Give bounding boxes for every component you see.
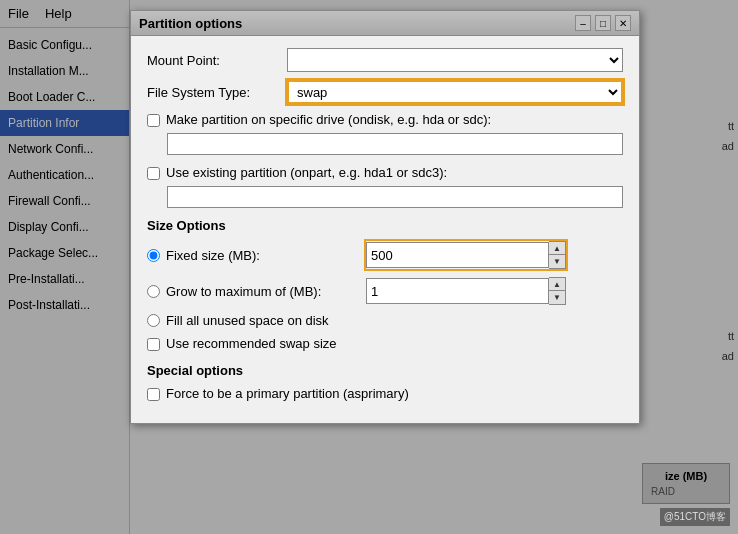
size-options-title: Size Options [147, 218, 623, 233]
minimize-button[interactable]: – [575, 15, 591, 31]
special-options-title: Special options [147, 363, 623, 378]
grow-to-max-decrement[interactable]: ▼ [549, 291, 565, 304]
filesystem-type-select-wrapper: swap ext4 ext3 vfat [287, 80, 623, 104]
grow-to-max-radio[interactable] [147, 285, 160, 298]
maximize-button[interactable]: □ [595, 15, 611, 31]
filesystem-type-label: File System Type: [147, 85, 287, 100]
fixed-size-decrement[interactable]: ▼ [549, 255, 565, 268]
fill-all-row: Fill all unused space on disk [147, 313, 623, 328]
close-button[interactable]: ✕ [615, 15, 631, 31]
dialog-title: Partition options [139, 16, 242, 31]
force-primary-row: Force to be a primary partition (asprima… [147, 386, 623, 401]
fixed-size-label: Fixed size (MB): [166, 248, 366, 263]
mount-point-select[interactable] [287, 48, 623, 72]
make-partition-row: Make partition on specific drive (ondisk… [147, 112, 623, 127]
make-partition-input-row [167, 133, 623, 155]
use-existing-input-row [167, 186, 623, 208]
grow-to-max-row: Grow to maximum of (MB): ▲ ▼ [147, 277, 623, 305]
grow-to-max-increment[interactable]: ▲ [549, 278, 565, 291]
grow-to-max-spinner: ▲ ▼ [549, 277, 566, 305]
use-recommended-label: Use recommended swap size [166, 336, 337, 351]
dialog-titlebar: Partition options – □ ✕ [131, 11, 639, 36]
use-existing-input[interactable] [167, 186, 623, 208]
filesystem-type-row: File System Type: swap ext4 ext3 vfat [147, 80, 623, 104]
dialog-window-controls: – □ ✕ [575, 15, 631, 31]
use-existing-row: Use existing partition (onpart, e.g. hda… [147, 165, 623, 180]
force-primary-label: Force to be a primary partition (asprima… [166, 386, 409, 401]
grow-to-max-input[interactable] [366, 278, 549, 304]
make-partition-checkbox[interactable] [147, 114, 160, 127]
fixed-size-radio[interactable] [147, 249, 160, 262]
mount-point-select-wrapper [287, 48, 623, 72]
make-partition-input[interactable] [167, 133, 623, 155]
fixed-size-row: Fixed size (MB): ▲ ▼ [147, 241, 623, 269]
use-existing-checkbox[interactable] [147, 167, 160, 180]
fixed-size-spinner: ▲ ▼ [549, 241, 566, 269]
fixed-size-input[interactable] [366, 242, 549, 268]
fill-all-radio[interactable] [147, 314, 160, 327]
fill-all-label: Fill all unused space on disk [166, 313, 366, 328]
mount-point-label: Mount Point: [147, 53, 287, 68]
dialog-body: Mount Point: File System Type: swap ext4… [131, 36, 639, 423]
grow-to-max-input-wrapper: ▲ ▼ [366, 277, 566, 305]
mount-point-row: Mount Point: [147, 48, 623, 72]
force-primary-checkbox[interactable] [147, 388, 160, 401]
filesystem-type-select[interactable]: swap ext4 ext3 vfat [287, 80, 623, 104]
grow-to-max-label: Grow to maximum of (MB): [166, 284, 366, 299]
special-options-section: Special options Force to be a primary pa… [147, 363, 623, 401]
partition-options-dialog: Partition options – □ ✕ Mount Point: Fil… [130, 10, 640, 424]
use-existing-label: Use existing partition (onpart, e.g. hda… [166, 165, 447, 180]
fixed-size-increment[interactable]: ▲ [549, 242, 565, 255]
use-recommended-row: Use recommended swap size [147, 336, 623, 351]
use-recommended-checkbox[interactable] [147, 338, 160, 351]
watermark: @51CTO博客 [660, 508, 730, 526]
make-partition-label: Make partition on specific drive (ondisk… [166, 112, 491, 127]
fixed-size-input-wrapper: ▲ ▼ [366, 241, 566, 269]
size-options-section: Size Options Fixed size (MB): ▲ ▼ Grow t… [147, 218, 623, 351]
